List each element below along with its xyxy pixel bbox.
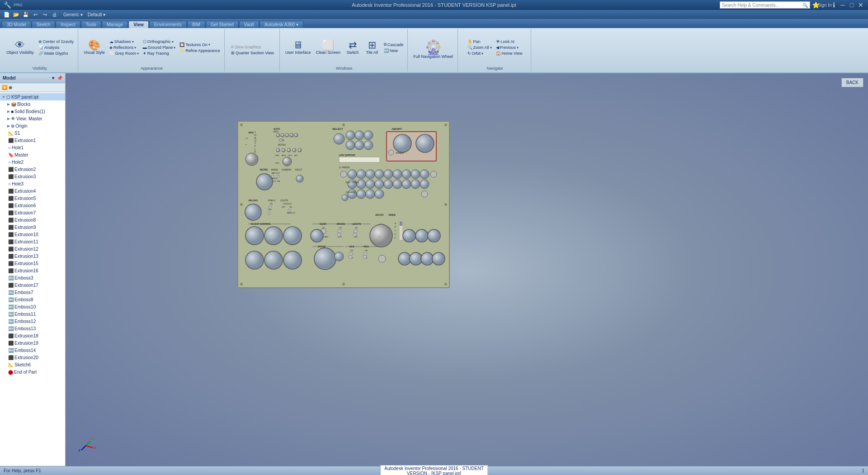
object-visibility-btn[interactable]: 👁 Object Visibility [5, 39, 36, 56]
switch-btn[interactable]: ⇄ Switch [344, 39, 362, 56]
tree-item-extrusion18[interactable]: ⬛ Extrusion18 [0, 332, 65, 339]
qa-save-btn[interactable]: 💾 [22, 10, 30, 19]
tree-item-view-master[interactable]: ▶ 👁 View: Master [0, 115, 65, 122]
tree-item-extrusion8[interactable]: ⬛ Extrusion8 [0, 216, 65, 223]
tab-autodesk-a360[interactable]: Autodesk A360 ▾ [259, 21, 303, 28]
search-input[interactable]: Search Help & Commands... 🔍 [720, 1, 810, 9]
tree-item-master[interactable]: 🔖 Master [0, 151, 65, 158]
tree-item-extrusion2[interactable]: ⬛ Extrusion2 [0, 166, 65, 173]
tree-item-root[interactable]: ▼ ⬡ KSP panel.ipt [0, 93, 65, 100]
minimize-btn[interactable]: ─ [839, 1, 846, 9]
qa-redo-btn[interactable]: ↪ [41, 10, 49, 19]
tile-all-btn[interactable]: ⊞ Tile All [363, 39, 381, 56]
imate-glyphs-btn[interactable]: 🔗 iMate Glyphs [37, 51, 75, 56]
tree-item-extrusion11[interactable]: ⬛ Extrusion11 [0, 238, 65, 245]
app-icon[interactable]: 🔧 [4, 1, 11, 9]
close-btn[interactable]: ✕ [857, 1, 864, 9]
orthographic-btn[interactable]: ⬡ Orthographic ▾ [142, 39, 177, 44]
svg-text:B: B [395, 226, 396, 228]
tree-item-emboss10[interactable]: 🔤 Emboss10 [0, 303, 65, 310]
tab-get-started[interactable]: Get Started [206, 21, 239, 28]
tree-item-extrusion1[interactable]: ⬛ Extrusion1 [0, 137, 65, 144]
tab-vault[interactable]: Vault [239, 21, 259, 28]
tree-item-extrusion9[interactable]: ⬛ Extrusion9 [0, 223, 65, 231]
tab-tools[interactable]: Tools [81, 21, 101, 28]
tree-item-origin[interactable]: ▶ ⊕ Origin [0, 122, 65, 129]
orbit-btn[interactable]: ↻ Orbit ▾ [466, 51, 493, 56]
tree-item-emboss8[interactable]: 🔤 Emboss8 [0, 296, 65, 303]
full-nav-wheel-btn[interactable]: 🎡 Full Navigation Wheel [411, 40, 455, 60]
qa-open-btn[interactable]: 📂 [12, 10, 20, 19]
clean-screen-btn[interactable]: ⬜ Clean Screen [314, 39, 342, 56]
tree-item-hole3[interactable]: ○ Hole3 [0, 180, 65, 187]
tree-item-extrusion7[interactable]: ⬛ Extrusion7 [0, 209, 65, 216]
grey-room-btn[interactable]: ⬜ Grey Room ▾ [108, 51, 140, 56]
zoom-all-btn[interactable]: 🔍 Zoom All ▾ [466, 45, 493, 50]
home-view-btn[interactable]: 🏠 Home View [495, 51, 524, 56]
pan-btn[interactable]: ✋ Pan [466, 39, 493, 44]
cascade-btn[interactable]: ⧉ Cascade [382, 42, 405, 48]
tree-item-extrusion19[interactable]: ⬛ Extrusion19 [0, 339, 65, 347]
tree-item-extrusion6[interactable]: ⬛ Extrusion6 [0, 202, 65, 209]
center-of-gravity-btn[interactable]: ⊕ Center of Gravity [37, 39, 75, 44]
tree-item-extrusion4[interactable]: ⬛ Extrusion4 [0, 187, 65, 195]
maximize-btn[interactable]: □ [848, 1, 855, 9]
ray-tracing-btn[interactable]: ✦ Ray Tracing [142, 51, 177, 56]
model-dropdown-arrow[interactable]: ▾ [52, 76, 54, 81]
tree-item-extrusion13[interactable]: ⬛ Extrusion13 [0, 252, 65, 260]
tree-item-extrusion5[interactable]: ⬛ Extrusion5 [0, 195, 65, 202]
tree-item-extrusion12[interactable]: ⬛ Extrusion12 [0, 245, 65, 252]
ground-plane-btn[interactable]: ▬ Ground Plane ▾ [142, 45, 177, 50]
viewport[interactable]: BACK Y X Z [66, 73, 868, 466]
tree-item-extrusion3[interactable]: ⬛ Extrusion3 [0, 173, 65, 180]
tree-item-emboss3[interactable]: 🔤 Emboss3 [0, 274, 65, 281]
tab-bim[interactable]: BIM [187, 21, 205, 28]
file-type-selector[interactable]: Generic ▾ [63, 12, 83, 17]
tree-item-end-of-part[interactable]: ⬤ End of Part [0, 368, 65, 375]
filter-icon[interactable]: 🔽 [2, 85, 7, 90]
tab-manage[interactable]: Manage [102, 21, 128, 28]
tree-item-extrusion20[interactable]: ⬛ Extrusion20 [0, 354, 65, 361]
tab-sketch[interactable]: Sketch [32, 21, 56, 28]
tab-inspect[interactable]: Inspect [56, 21, 80, 28]
info-icon[interactable]: ℹ [830, 1, 837, 9]
slice-graphics-btn[interactable]: ⧄ Slice Graphics [230, 44, 275, 50]
tree-item-emboss7[interactable]: 🔤 Emboss7 [0, 289, 65, 296]
qa-undo-btn[interactable]: ↩ [31, 10, 39, 19]
tree-item-emboss13[interactable]: 🔤 Emboss13 [0, 325, 65, 332]
tree-item-extrusion10[interactable]: ⬛ Extrusion10 [0, 231, 65, 238]
tree-item-extrusion15[interactable]: ⬛ Extrusion15 [0, 260, 65, 267]
reflections-btn[interactable]: ◈ Reflections ▾ [108, 45, 140, 50]
tree-item-solid-bodies[interactable]: ▶ ■ Solid Bodies(1) [0, 108, 65, 115]
previous-btn[interactable]: ◀ Previous ▾ [495, 45, 524, 50]
analysis-btn[interactable]: 📊 Analysis [37, 45, 75, 50]
new-btn[interactable]: 🆕 New [382, 48, 405, 53]
tree-item-extrusion16[interactable]: ⬛ Extrusion16 [0, 267, 65, 274]
textures-btn[interactable]: 🔲 Textures On ▾ [178, 42, 222, 48]
tree-item-extrusion17[interactable]: ⬛ Extrusion17 [0, 281, 65, 289]
expand-icon[interactable]: ⊕ [9, 85, 12, 90]
tree-item-hole1[interactable]: ○ Hole1 [0, 144, 65, 151]
shadows-btn[interactable]: ☁ Shadows ▾ [108, 39, 140, 44]
user-interface-btn[interactable]: 🖥 User Interface [283, 39, 313, 56]
tree-item-emboss12[interactable]: 🔤 Emboss12 [0, 318, 65, 325]
tree-item-emboss11[interactable]: 🔤 Emboss11 [0, 310, 65, 318]
visual-style-btn[interactable]: 🎨 Visual Style [82, 39, 107, 56]
tree-item-s1[interactable]: 📐 S1 [0, 129, 65, 137]
sign-in-btn[interactable]: Sign In [821, 1, 828, 9]
tree-item-emboss14[interactable]: 🔤 Emboss14 [0, 347, 65, 354]
tab-view[interactable]: View [128, 21, 149, 28]
style-selector[interactable]: Default ▾ [88, 12, 105, 17]
look-at-btn[interactable]: 👁 Look At [495, 39, 524, 44]
quarter-section-btn[interactable]: ⊞ Quarter Section View [230, 50, 275, 56]
tree-item-blocks[interactable]: ▶ 📦 Blocks [0, 100, 65, 108]
tree-item-hole2[interactable]: ○ Hole2 [0, 158, 65, 166]
back-button[interactable]: BACK [841, 78, 863, 87]
tab-3d-model[interactable]: 3D Model [2, 21, 31, 28]
refine-btn[interactable]: ✨ Refine Appearance [178, 48, 222, 53]
panel-pin-icon[interactable]: 📌 [57, 76, 62, 81]
tab-environments[interactable]: Environments [149, 21, 187, 28]
qa-print-btn[interactable]: 🖨 [50, 10, 58, 19]
tree-item-sketch6[interactable]: 📐 Sketch6 [0, 361, 65, 368]
qa-new-btn[interactable]: 📄 [3, 10, 11, 19]
